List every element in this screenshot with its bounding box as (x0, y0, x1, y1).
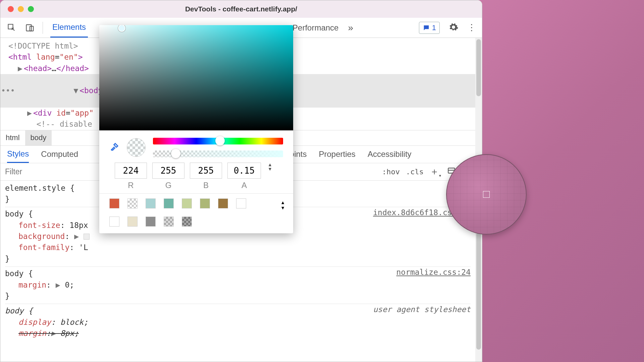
subtab-computed[interactable]: Computed (41, 146, 78, 162)
devtools-window: DevTools - coffee-cart.netlify.app/ Elem… (0, 0, 482, 362)
alpha-handle[interactable] (171, 149, 180, 158)
r-input[interactable] (115, 163, 147, 179)
color-picker-popover: R G B A ▲▼ ▲▼ (99, 25, 293, 233)
swatch[interactable] (109, 217, 119, 227)
swatch[interactable] (200, 198, 210, 208)
r-label: R (128, 181, 133, 190)
color-preview (127, 138, 146, 157)
eyedropper-magnifier[interactable] (446, 154, 527, 235)
minimize-window-button[interactable] (18, 6, 24, 12)
more-options-icon[interactable]: ⋮ (467, 25, 476, 31)
toolbar-separator (43, 22, 43, 34)
titlebar: DevTools - coffee-cart.netlify.app/ (0, 0, 482, 18)
a-input[interactable] (227, 163, 261, 179)
rule-source-ua: user agent stylesheet (373, 304, 471, 315)
color-swatch-icon[interactable] (84, 234, 90, 240)
svg-rect-0 (26, 24, 32, 31)
swatch[interactable] (146, 198, 156, 208)
color-format-switch[interactable]: ▲▼ (268, 163, 272, 171)
messages-count: 1 (432, 23, 436, 32)
new-style-rule-button[interactable]: ＋▾ (430, 165, 441, 178)
hue-handle[interactable] (215, 136, 225, 145)
breadcrumb-html[interactable]: html (0, 130, 25, 145)
scrollbar-thumb[interactable] (476, 39, 481, 96)
rule-body-ua[interactable]: user agent stylesheet body { display: bl… (5, 304, 471, 339)
alpha-slider[interactable] (153, 150, 283, 157)
window-controls (8, 6, 34, 12)
messages-badge[interactable]: 1 (419, 22, 440, 34)
tab-performance[interactable]: Performance (290, 18, 340, 37)
inspect-element-icon[interactable] (6, 22, 17, 33)
cls-toggle[interactable]: .cls (406, 168, 424, 176)
swatch[interactable] (218, 198, 228, 208)
sv-handle[interactable] (118, 25, 125, 32)
maximize-window-button[interactable] (28, 6, 34, 12)
b-input[interactable] (190, 163, 222, 179)
settings-icon[interactable] (448, 22, 459, 34)
subtab-accessibility[interactable]: Accessibility (368, 146, 412, 162)
swatch[interactable] (164, 217, 174, 227)
subtab-styles[interactable]: Styles (7, 146, 29, 163)
scrollbar-thumb[interactable] (476, 232, 481, 350)
device-toolbar-icon[interactable] (24, 22, 35, 33)
subtab-properties[interactable]: Properties (319, 146, 355, 162)
magnifier-center-pixel (483, 191, 490, 198)
color-value-inputs: R G B A ▲▼ (99, 161, 293, 193)
hov-toggle[interactable]: :hov (382, 168, 400, 176)
tab-elements[interactable]: Elements (50, 18, 88, 38)
g-label: G (165, 181, 172, 190)
swatch[interactable] (164, 198, 174, 208)
hue-slider[interactable] (153, 138, 283, 144)
saturation-value-plane[interactable] (99, 25, 293, 130)
swatch[interactable] (182, 198, 192, 208)
swatch[interactable] (182, 217, 192, 227)
eyedropper-icon[interactable] (109, 142, 119, 153)
close-window-button[interactable] (8, 6, 14, 12)
more-tabs-icon[interactable]: » (348, 22, 353, 33)
window-title: DevTools - coffee-cart.netlify.app/ (185, 5, 297, 13)
color-swatches: ▲▼ (99, 193, 293, 233)
swatch[interactable] (127, 217, 138, 227)
swatch-page-switch[interactable]: ▲▼ (280, 200, 285, 210)
rule-body-normalize[interactable]: normalize.css:24 body { margin: ▶ 0; } (5, 266, 471, 302)
swatch[interactable] (236, 198, 246, 208)
swatch[interactable] (146, 217, 156, 227)
breadcrumb-body[interactable]: body (25, 130, 52, 145)
swatch[interactable] (127, 198, 138, 208)
b-label: B (203, 181, 209, 190)
swatch[interactable] (109, 198, 119, 208)
g-input[interactable] (152, 163, 184, 179)
a-label: A (241, 181, 247, 190)
rule-source-link[interactable]: normalize.css:24 (396, 267, 471, 278)
